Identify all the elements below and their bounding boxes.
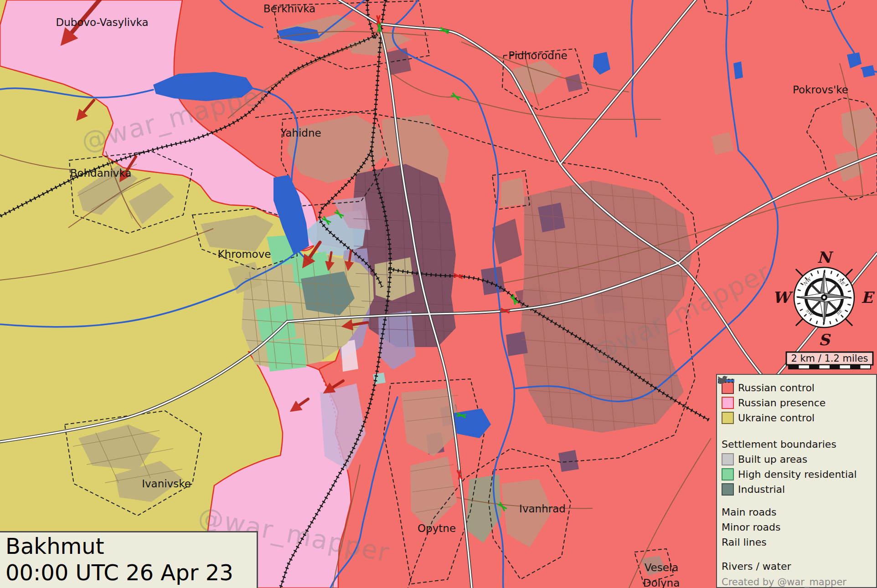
label-bohdanivka: Bohdanivka	[70, 167, 132, 179]
scale-bar: 2 km / 1.2 miles	[786, 352, 873, 369]
legend-panel: Russian control Russian presence Ukraine…	[716, 374, 877, 588]
legend-label: Main roads	[722, 506, 776, 518]
legend-label: Industrial	[738, 484, 785, 495]
legend-row-ukraine-control: Ukraine control	[722, 410, 873, 425]
legend-row-russian-control: Russian control	[722, 380, 873, 395]
map-timestamp: 00:00 UTC 26 Apr 23	[5, 560, 257, 586]
label-yahidne: Yahidne	[280, 127, 321, 139]
compass-north: N	[817, 248, 833, 266]
label-pidhorodne: Pidhorodne	[508, 50, 567, 61]
legend-label: High density residential	[738, 469, 857, 480]
label-ivanhrad: Ivanhrad	[519, 503, 566, 515]
swatch-built-up	[722, 453, 734, 465]
legend-label: Russian presence	[738, 397, 825, 409]
label-vesela-dolyna-line1: Vesela	[645, 562, 679, 573]
legend-row-high-density: High density residential	[722, 467, 873, 482]
legend-label: Minor roads	[722, 522, 780, 533]
credit-text: Created by @war_mapper	[722, 577, 846, 588]
label-opytne: Opytne	[418, 522, 456, 534]
label-pokrovske: Pokrovs'ke	[793, 84, 848, 96]
title-box: Bakhmut 00:00 UTC 26 Apr 23	[0, 531, 258, 588]
label-ivanivske: Ivanivske	[142, 478, 191, 490]
label-berkhivka: Berkhivka	[263, 3, 315, 15]
legend-label: Settlement boundaries	[722, 439, 836, 450]
label-vesela-dolyna-line2: Dolyna	[643, 577, 680, 588]
legend-label: Russian control	[738, 382, 815, 394]
legend-credit: Created by @war_mapper	[722, 574, 873, 588]
label-khromove: Khromove	[218, 248, 271, 260]
swatch-russian-presence	[722, 397, 734, 409]
legend-row-industrial: Industrial	[722, 482, 873, 497]
bakhmut-war-map: @war_mapper @war_mapper @war_mapper Dubo…	[0, 0, 877, 588]
legend-label: Rail lines	[722, 537, 767, 548]
twitter-bird-icon	[717, 375, 728, 386]
compass-south: S	[819, 331, 831, 349]
legend-label: Ukraine control	[738, 412, 815, 424]
legend-row-built-up: Built up areas	[722, 452, 873, 467]
legend-row-minor-roads: Minor roads	[722, 520, 873, 535]
legend-row-settlement-boundaries: Settlement boundaries	[722, 437, 873, 452]
swatch-ukraine-control	[722, 412, 734, 424]
legend-row-main-roads: Main roads	[722, 505, 873, 520]
swatch-high-density	[722, 468, 734, 481]
swatch-industrial	[722, 483, 734, 496]
scale-bar-label: 2 km / 1.2 miles	[791, 353, 868, 364]
legend-label: Built up areas	[738, 454, 807, 465]
legend-row-rivers: Rivers / water	[722, 559, 873, 574]
legend-row-rail-lines: Rail lines	[722, 535, 873, 550]
map-title: Bakhmut	[5, 533, 257, 560]
legend-label: Rivers / water	[722, 561, 791, 572]
label-dubovo-vasylivka: Dubovo-Vasylivka	[56, 16, 148, 28]
legend-row-russian-presence: Russian presence	[722, 395, 873, 410]
